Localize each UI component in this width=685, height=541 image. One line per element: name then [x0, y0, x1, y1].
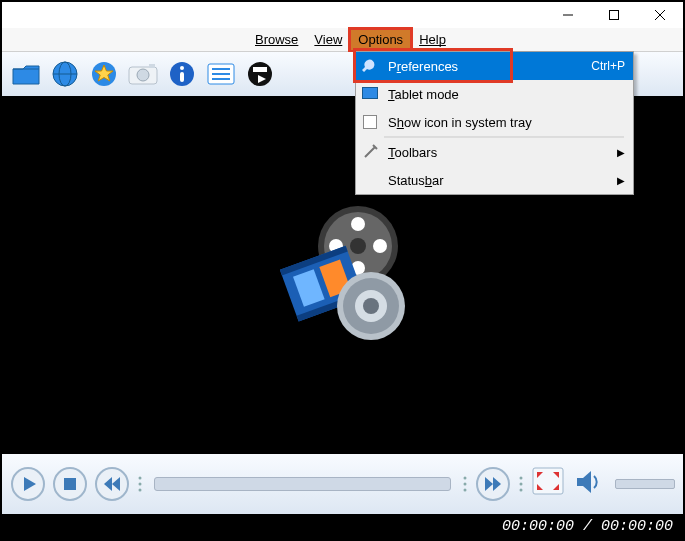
forward-button[interactable] — [475, 466, 511, 502]
globe-icon[interactable] — [47, 56, 83, 92]
seek-bar[interactable] — [154, 477, 451, 491]
time-display: 00:00:00 / 00:00:00 — [502, 518, 673, 535]
menu-item-label: Toolbars — [388, 145, 617, 160]
menu-view[interactable]: View — [306, 29, 350, 51]
svg-point-37 — [363, 298, 379, 314]
svg-point-51 — [464, 477, 467, 480]
svg-rect-20 — [253, 67, 267, 72]
close-button[interactable] — [637, 2, 683, 28]
menu-item-tablet-mode[interactable]: Tablet mode — [356, 80, 633, 108]
svg-rect-38 — [363, 88, 378, 99]
submenu-arrow-icon: ▶ — [617, 175, 625, 186]
svg-point-59 — [520, 489, 523, 492]
svg-point-25 — [351, 217, 365, 231]
menu-item-label: Show icon in system tray — [388, 115, 625, 130]
divider — [461, 474, 469, 494]
minimize-button[interactable] — [545, 2, 591, 28]
options-dropdown: Preferences Ctrl+P Tablet mode Show icon… — [355, 51, 634, 195]
svg-point-50 — [139, 489, 142, 492]
playback-controls — [2, 454, 683, 514]
svg-rect-1 — [610, 11, 619, 20]
info-icon[interactable] — [164, 56, 200, 92]
menu-help[interactable]: Help — [411, 29, 454, 51]
menu-item-shortcut: Ctrl+P — [591, 59, 625, 73]
status-bar: 00:00:00 / 00:00:00 — [2, 514, 683, 539]
menu-item-label: Statusbar — [388, 173, 617, 188]
volume-button[interactable] — [573, 466, 609, 502]
svg-point-49 — [139, 483, 142, 486]
divider — [517, 474, 525, 494]
svg-rect-11 — [149, 64, 155, 68]
stop-button[interactable] — [52, 466, 88, 502]
svg-rect-44 — [64, 478, 76, 490]
menu-item-statusbar[interactable]: Statusbar ▶ — [356, 166, 633, 194]
clapper-icon[interactable] — [242, 56, 278, 92]
svg-rect-60 — [533, 468, 563, 494]
svg-point-26 — [373, 239, 387, 253]
open-folder-icon[interactable] — [8, 56, 44, 92]
svg-point-57 — [520, 477, 523, 480]
svg-rect-14 — [180, 72, 184, 82]
menubar: Browse View Options Help — [2, 28, 683, 52]
application-window: Browse View Options Help — [0, 0, 685, 541]
tablet-icon — [360, 84, 380, 104]
volume-slider[interactable] — [615, 479, 675, 489]
tools-icon — [360, 142, 380, 162]
maximize-button[interactable] — [591, 2, 637, 28]
menu-item-show-tray[interactable]: Show icon in system tray — [356, 108, 633, 136]
svg-point-48 — [139, 477, 142, 480]
menu-item-preferences[interactable]: Preferences Ctrl+P — [356, 52, 633, 80]
submenu-arrow-icon: ▶ — [617, 147, 625, 158]
svg-marker-65 — [577, 471, 591, 493]
svg-point-24 — [350, 238, 366, 254]
menu-browse[interactable]: Browse — [247, 29, 306, 51]
camera-icon[interactable] — [125, 56, 161, 92]
titlebar — [2, 2, 683, 28]
list-icon[interactable] — [203, 56, 239, 92]
fullscreen-button[interactable] — [531, 466, 567, 502]
player-logo — [263, 196, 423, 356]
checkbox-icon — [360, 112, 380, 132]
svg-point-10 — [137, 69, 149, 81]
menu-item-label: Preferences — [388, 59, 591, 74]
favorites-star-icon[interactable] — [86, 56, 122, 92]
svg-point-52 — [464, 483, 467, 486]
divider — [136, 474, 144, 494]
menu-item-label: Tablet mode — [388, 87, 625, 102]
svg-rect-39 — [364, 116, 377, 129]
menu-options[interactable]: Options — [350, 29, 411, 51]
play-button[interactable] — [10, 466, 46, 502]
svg-point-53 — [464, 489, 467, 492]
svg-point-13 — [180, 66, 184, 70]
menu-item-toolbars[interactable]: Toolbars ▶ — [356, 138, 633, 166]
wrench-icon — [360, 56, 380, 76]
svg-point-58 — [520, 483, 523, 486]
rewind-button[interactable] — [94, 466, 130, 502]
svg-point-19 — [248, 62, 272, 86]
